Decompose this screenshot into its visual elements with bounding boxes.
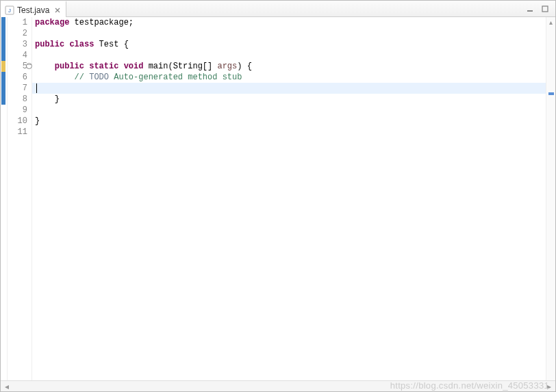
scroll-up-arrow[interactable]: ▴ <box>546 17 555 27</box>
line-number: 6 <box>8 72 31 83</box>
java-file-icon: J <box>5 5 14 15</box>
svg-rect-5 <box>542 6 548 12</box>
minimize-icon[interactable] <box>525 4 535 14</box>
scroll-right-arrow[interactable]: ▸ <box>544 382 554 391</box>
maximize-icon[interactable] <box>540 4 550 14</box>
line-number: 7 <box>8 83 31 94</box>
code-line[interactable] <box>35 50 546 61</box>
change-marker <box>1 28 5 39</box>
change-marker <box>1 72 5 83</box>
overview-marker[interactable] <box>548 92 554 95</box>
code-line[interactable] <box>35 127 546 138</box>
svg-rect-4 <box>527 10 533 12</box>
line-number: 10 <box>8 116 31 127</box>
code-editor[interactable]: package testpackage;public class Test { … <box>32 17 546 380</box>
code-line[interactable]: public class Test { <box>35 39 546 50</box>
marker-strip <box>1 17 8 380</box>
change-marker <box>1 17 5 28</box>
svg-text:J: J <box>8 8 11 14</box>
code-line[interactable]: } <box>35 116 546 127</box>
text-caret <box>36 83 37 93</box>
editor-tab[interactable]: J Test.java <box>1 1 66 17</box>
fold-toggle-icon[interactable] <box>26 63 32 69</box>
horizontal-scrollbar[interactable]: ◂ ▸ <box>1 380 555 391</box>
warning-marker <box>1 61 5 72</box>
code-line[interactable]: public static void main(String[] args) { <box>35 61 546 72</box>
code-line[interactable]: // TODO Auto-generated method stub <box>35 72 546 83</box>
title-bar: J Test.java <box>1 1 555 17</box>
code-line[interactable] <box>35 28 546 39</box>
editor-area: 1234567891011 package testpackage;public… <box>1 17 555 380</box>
close-icon[interactable] <box>53 6 62 14</box>
code-line[interactable]: } <box>35 94 546 105</box>
title-controls <box>525 1 555 16</box>
line-number: 11 <box>8 127 31 138</box>
code-line[interactable] <box>35 105 546 116</box>
line-number: 8 <box>8 94 31 105</box>
line-number: 1 <box>8 17 31 28</box>
code-line[interactable]: package testpackage; <box>35 17 546 28</box>
tab-title: Test.java <box>17 5 49 15</box>
change-marker <box>1 83 5 94</box>
title-spacer <box>66 1 525 16</box>
line-number-gutter[interactable]: 1234567891011 <box>8 17 32 380</box>
line-number: 9 <box>8 105 31 116</box>
line-number: 2 <box>8 28 31 39</box>
line-number: 3 <box>8 39 31 50</box>
code-line[interactable] <box>35 83 546 94</box>
change-marker <box>1 39 5 50</box>
overview-ruler[interactable]: ▴ <box>546 17 555 380</box>
line-number: 4 <box>8 50 31 61</box>
change-marker <box>1 50 5 61</box>
change-marker <box>1 94 5 105</box>
scroll-left-arrow[interactable]: ◂ <box>2 382 12 391</box>
